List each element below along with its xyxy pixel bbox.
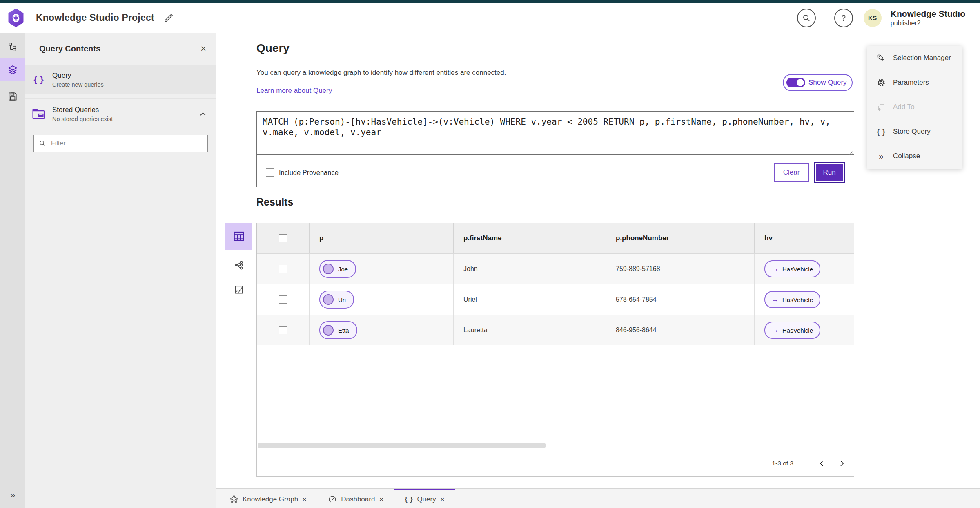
panel-item-query[interactable]: { } Query Create new queries	[25, 65, 216, 94]
menu-item-label: Selection Manager	[893, 54, 951, 62]
tab-dashboard[interactable]: Dashboard ×	[317, 489, 394, 508]
results-view-switcher	[225, 223, 252, 305]
tab-close-icon[interactable]: ×	[440, 495, 445, 503]
graph-view-button[interactable]	[225, 256, 252, 274]
cell-phonenumber: 846-956-8644	[616, 327, 657, 334]
avatar[interactable]: KS	[864, 9, 882, 27]
table-row: Uri Uriel 578-654-7854 → HasVehicle	[257, 284, 854, 315]
app-name: Knowledge Studio	[891, 9, 965, 18]
tab-close-icon[interactable]: ×	[302, 495, 307, 503]
node-icon	[323, 264, 334, 274]
page-description: You can query a knowledge graph to ident…	[256, 69, 506, 77]
table-empty-area	[257, 345, 854, 450]
filter-field[interactable]	[33, 135, 208, 152]
column-header-phonenumber[interactable]: p.phoneNumber	[606, 223, 755, 253]
results-title: Results	[256, 196, 293, 208]
panel-item-stored-queries[interactable]: Stored Queries No stored queries exist	[25, 99, 216, 129]
table-row: Joe John 759-889-57168 → HasVehicle	[257, 253, 854, 284]
resize-handle[interactable]	[848, 151, 853, 156]
previous-page-button[interactable]	[812, 454, 832, 473]
run-button[interactable]: Run	[814, 162, 845, 183]
learn-more-link[interactable]: Learn more about Query	[256, 87, 332, 95]
node-label: Uri	[338, 296, 346, 303]
chevron-right-icon	[837, 459, 846, 468]
node-pill[interactable]: Uri	[319, 291, 354, 309]
menu-item-label: Collapse	[893, 152, 920, 160]
rail-hierarchy-button[interactable]	[0, 36, 25, 58]
select-all-checkbox[interactable]	[279, 234, 287, 242]
table-view-button[interactable]	[225, 223, 252, 250]
app-logo-icon	[7, 9, 24, 27]
next-page-button[interactable]	[832, 454, 851, 473]
edge-label: HasVehicle	[782, 266, 813, 273]
search-button[interactable]	[797, 9, 816, 27]
edge-pill[interactable]: → HasVehicle	[764, 291, 820, 308]
panel-item-label: Stored Queries	[52, 106, 113, 114]
left-rail: »	[0, 33, 26, 508]
column-header-p[interactable]: p	[310, 223, 454, 253]
rail-expand-button[interactable]: »	[0, 490, 25, 501]
toggle-switch[interactable]	[786, 78, 805, 87]
braces-icon: { }	[877, 128, 886, 136]
help-button[interactable]	[834, 9, 853, 27]
query-contents-panel: Query Contents × { } Query Create new qu…	[25, 33, 216, 508]
collapse-menu-button[interactable]: » Collapse	[867, 144, 962, 168]
collapse-icon: »	[879, 151, 884, 161]
node-icon	[323, 325, 334, 336]
dashboard-gauge-icon	[328, 495, 337, 504]
rail-save-button[interactable]	[0, 85, 25, 108]
column-header-hv[interactable]: hv	[755, 223, 854, 253]
cell-firstname: John	[463, 265, 478, 273]
save-icon	[7, 91, 18, 102]
parameters-button[interactable]: Parameters	[867, 70, 962, 95]
panel-item-sublabel: No stored queries exist	[52, 116, 113, 122]
tab-close-icon[interactable]: ×	[379, 495, 383, 503]
layers-icon	[7, 64, 18, 76]
menu-item-label: Add To	[893, 103, 915, 111]
filter-search-icon	[39, 140, 46, 147]
node-pill[interactable]: Etta	[319, 321, 357, 339]
clear-button[interactable]: Clear	[774, 163, 809, 182]
node-label: Etta	[338, 327, 349, 334]
selection-manager-button[interactable]: Selection Manager	[867, 46, 962, 70]
node-pill[interactable]: Joe	[319, 260, 356, 278]
query-editor[interactable]: MATCH (p:Person)-[hv:HasVehicle]->(v:Veh…	[257, 112, 854, 155]
chart-view-button[interactable]	[225, 281, 252, 299]
gear-icon	[876, 78, 886, 87]
tab-query[interactable]: { } Query ×	[394, 489, 455, 508]
horizontal-scrollbar[interactable]	[258, 443, 546, 448]
store-query-button[interactable]: { } Store Query	[867, 119, 962, 144]
tab-knowledge-graph[interactable]: Knowledge Graph ×	[219, 489, 317, 508]
table-header-row: p p.firstName p.phoneNumber hv	[257, 223, 854, 253]
edge-pill[interactable]: → HasVehicle	[764, 322, 820, 339]
query-actions-menu: Selection Manager Parameters Add To { } …	[867, 46, 962, 169]
pagination-range: 1-3 of 3	[772, 460, 793, 467]
edit-title-icon[interactable]	[163, 13, 174, 23]
results-table: p p.firstName p.phoneNumber hv Joe John …	[256, 223, 854, 477]
row-checkbox[interactable]	[279, 326, 287, 334]
chart-icon	[234, 284, 244, 295]
tab-label: Query	[417, 495, 436, 504]
edge-pill[interactable]: → HasVehicle	[764, 260, 820, 277]
panel-close-icon[interactable]: ×	[200, 44, 206, 54]
bottom-tab-bar: Knowledge Graph × Dashboard × { } Query …	[216, 488, 980, 508]
column-header-firstname[interactable]: p.firstName	[454, 223, 606, 253]
search-icon	[802, 13, 811, 22]
filter-input[interactable]	[50, 139, 207, 148]
row-checkbox[interactable]	[279, 265, 287, 273]
show-query-toggle[interactable]: Show Query	[783, 74, 853, 91]
graph-icon	[234, 260, 244, 271]
table-icon	[233, 230, 245, 242]
node-label: Joe	[338, 266, 348, 273]
tab-label: Dashboard	[341, 495, 375, 504]
cell-phonenumber: 759-889-57168	[616, 265, 660, 273]
collapse-section-icon[interactable]	[200, 112, 206, 116]
menu-item-label: Store Query	[893, 128, 931, 136]
braces-icon: { }	[405, 496, 413, 503]
row-checkbox[interactable]	[279, 295, 287, 304]
selection-manager-icon	[876, 53, 886, 63]
hierarchy-icon	[7, 42, 18, 52]
include-provenance-checkbox[interactable]	[266, 168, 274, 177]
edge-arrow-icon: →	[772, 326, 779, 334]
rail-layers-button[interactable]	[0, 58, 25, 81]
